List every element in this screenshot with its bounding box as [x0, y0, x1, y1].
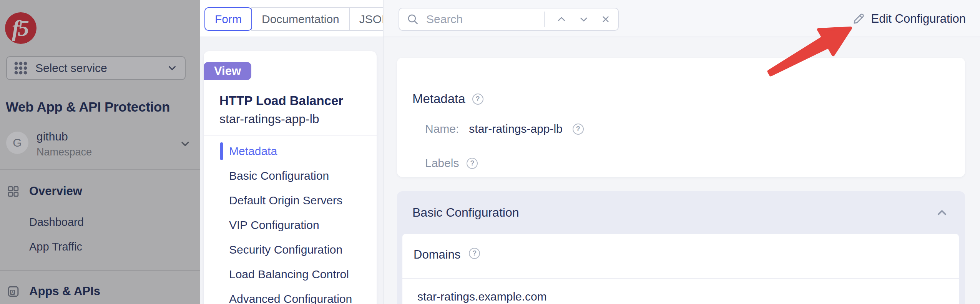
sidebar-divider: [0, 169, 200, 170]
nav-item-default-origin-servers[interactable]: Default Origin Servers: [204, 188, 377, 213]
form-panel-header: Form Documentation JSON: [200, 0, 383, 37]
object-type-title: HTTP Load Balancer: [219, 94, 343, 108]
chevron-up-icon: [556, 13, 567, 25]
edit-configuration-button[interactable]: Edit Configuration: [852, 0, 966, 37]
nav-item-label: Default Origin Servers: [229, 194, 342, 207]
search-prev-button[interactable]: [556, 13, 567, 25]
domain-value: star-ratings.example.com: [417, 290, 547, 303]
help-icon[interactable]: [472, 94, 483, 105]
nav-item-vip-configuration[interactable]: VIP Configuration: [204, 213, 377, 237]
apps-apis-label: Apps & APIs: [29, 284, 100, 298]
form-panel: Form Documentation JSON View HTTP Load B…: [200, 0, 383, 304]
select-service-label: Select service: [35, 62, 166, 75]
object-name-subtitle: star-ratings-app-lb: [219, 112, 319, 126]
labels-label: Labels: [425, 157, 459, 170]
basic-configuration-header: Basic Configuration: [397, 191, 965, 234]
waffle-grid-icon: [14, 61, 28, 75]
sidebar-item-app-traffic[interactable]: App Traffic: [29, 241, 82, 253]
name-value: star-ratings-app-lb: [469, 122, 562, 135]
close-icon: [600, 14, 611, 25]
chevron-down-icon: [179, 138, 191, 150]
metadata-card-title: Metadata: [412, 92, 465, 106]
tab-documentation[interactable]: Documentation: [251, 7, 350, 31]
basic-configuration-title: Basic Configuration: [412, 205, 519, 220]
nav-item-label: VIP Configuration: [229, 219, 319, 232]
grid-icon: [7, 185, 20, 198]
name-label: Name:: [425, 122, 459, 135]
metadata-labels-row: Labels: [425, 157, 478, 170]
svg-text:A: A: [11, 290, 14, 294]
search-clear-button[interactable]: [600, 14, 611, 25]
object-nav-card: View HTTP Load Balancer star-ratings-app…: [204, 51, 377, 304]
domains-panel: Domains star-ratings.example.com: [402, 234, 959, 304]
product-title: Web App & API Protection: [6, 99, 195, 115]
nav-item-label: Basic Configuration: [229, 169, 329, 182]
search-box[interactable]: [399, 8, 619, 31]
select-service-button[interactable]: Select service: [6, 56, 186, 80]
divider: [204, 135, 377, 136]
sidebar-item-dashboard[interactable]: Dashboard: [29, 216, 84, 229]
search-icon: [406, 13, 419, 26]
detail-panel: Edit Configuration Metadata Name: star-r…: [383, 0, 980, 304]
basic-configuration-card: Basic Configuration Domains star-ratings…: [397, 191, 965, 304]
namespace-sublabel: Namespace: [37, 146, 92, 158]
nav-item-label: Load Balancing Control: [229, 268, 349, 281]
sidebar-item-apps-apis[interactable]: A Apps & APIs: [0, 285, 200, 298]
nav-item-label: Metadata: [229, 145, 277, 158]
nav-item-metadata[interactable]: Metadata: [204, 139, 377, 164]
nav-item-basic-configuration[interactable]: Basic Configuration: [204, 164, 377, 188]
section-nav-list: Metadata Basic Configuration Default Ori…: [204, 139, 377, 304]
tab-form[interactable]: Form: [204, 7, 252, 31]
namespace-name: github: [37, 130, 68, 143]
nav-item-security-configuration[interactable]: Security Configuration: [204, 237, 377, 262]
metadata-name-row: Name: star-ratings-app-lb: [425, 122, 584, 135]
help-icon[interactable]: [573, 124, 584, 135]
nav-item-label: Advanced Configuration: [229, 292, 352, 304]
overview-label: Overview: [29, 184, 82, 198]
app-window: f5 Select service Web App & API Protecti…: [0, 0, 980, 304]
f5-logo[interactable]: f5: [5, 12, 37, 44]
search-next-button[interactable]: [578, 13, 590, 25]
namespace-avatar: G: [6, 132, 28, 154]
help-icon[interactable]: [467, 158, 478, 169]
chevron-down-icon: [578, 13, 590, 25]
help-icon[interactable]: [469, 248, 480, 259]
detail-content: Metadata Name: star-ratings-app-lb Label…: [384, 37, 980, 304]
divider: [544, 12, 545, 27]
divider: [402, 278, 959, 279]
sidebar: f5 Select service Web App & API Protecti…: [0, 0, 200, 304]
collapse-chevron-up-icon[interactable]: [934, 205, 950, 220]
view-mode-tabs: Form Documentation JSON: [204, 7, 400, 31]
search-input[interactable]: [425, 12, 544, 26]
nav-item-load-balancing-control[interactable]: Load Balancing Control: [204, 262, 377, 287]
namespace-selector[interactable]: G github Namespace: [0, 130, 200, 157]
app-box-icon: A: [7, 285, 20, 298]
pencil-icon: [852, 12, 865, 26]
active-indicator-bar: [220, 142, 223, 160]
sidebar-divider: [0, 270, 200, 271]
view-mode-badge: View: [204, 62, 251, 80]
metadata-card: Metadata Name: star-ratings-app-lb Label…: [397, 58, 965, 177]
nav-item-label: Security Configuration: [229, 243, 342, 256]
sidebar-item-overview[interactable]: Overview: [0, 185, 200, 198]
chevron-down-icon: [166, 62, 178, 74]
edit-configuration-label: Edit Configuration: [871, 12, 966, 26]
search-tools: [544, 12, 611, 27]
nav-item-advanced-configuration[interactable]: Advanced Configuration: [204, 287, 377, 304]
domains-title: Domains: [414, 248, 460, 262]
detail-toolbar: Edit Configuration: [384, 0, 980, 37]
